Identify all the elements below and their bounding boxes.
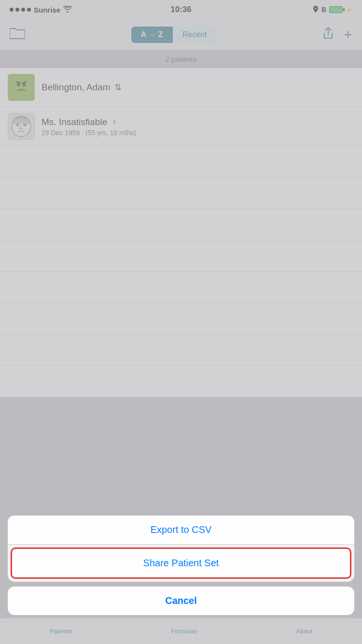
cancel-button[interactable]: Cancel [8,587,354,615]
share-patient-set-button[interactable]: Share Patient Set [11,547,351,579]
action-sheet: Export to CSV Share Patient Set Cancel [8,516,354,615]
action-sheet-main: Export to CSV Share Patient Set [8,516,354,582]
export-csv-button[interactable]: Export to CSV [8,516,354,544]
